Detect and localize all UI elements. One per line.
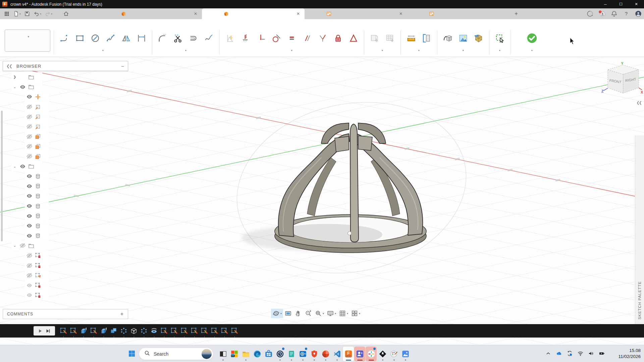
vertical-horizontal-tool[interactable] [253, 30, 269, 46]
browser-item-x[interactable] [3, 102, 128, 112]
edge-app[interactable] [252, 347, 263, 361]
microsoft-365-app[interactable]: M365 [229, 347, 240, 361]
tree-expand-icon[interactable]: ❯ [11, 75, 18, 79]
symmetry-triangle-tool[interactable] [346, 30, 361, 46]
microsoft-store-app[interactable] [263, 347, 274, 361]
browser-item-body1[interactable] [3, 171, 128, 181]
taskbar-clock[interactable]: 15.08 11/02/2026 [618, 348, 641, 360]
timeline-feature-sketch[interactable] [210, 327, 218, 335]
ribbon-group-label[interactable]: ▾ [102, 48, 104, 52]
tab-close-icon[interactable]: ✕ [193, 11, 199, 16]
browser-item-body8[interactable] [3, 201, 128, 211]
spline-tool[interactable] [103, 30, 118, 46]
save-icon[interactable] [23, 11, 31, 17]
timeline-feature-sketch[interactable] [170, 327, 178, 335]
select-window-tool[interactable] [492, 30, 507, 46]
fix-lock-tool[interactable] [330, 30, 346, 46]
weather-widget-icon[interactable] [202, 349, 212, 359]
visibility-eye-icon[interactable] [26, 104, 33, 110]
tree-expand-icon[interactable]: ⌄ [11, 244, 18, 247]
redo-icon[interactable]: ▾ [44, 11, 53, 17]
browser-item-body10[interactable] [3, 221, 128, 231]
sketch-palette-expand-icon[interactable]: ❮❮ [637, 101, 641, 105]
mirror-tool[interactable] [118, 30, 134, 46]
browser-item-o[interactable] [3, 92, 128, 102]
insert-mesh-tool[interactable] [471, 30, 486, 46]
timeline-feature-sketch[interactable] [69, 327, 77, 335]
timeline-feature-circular-pattern[interactable] [140, 327, 148, 335]
task-view-app[interactable] [217, 347, 228, 361]
browser-collapse-icon[interactable]: ❮❮ [6, 64, 12, 68]
undo-icon[interactable]: ▾ [33, 11, 42, 17]
perpendicular-tool[interactable] [315, 30, 330, 46]
visibility-eye-icon[interactable] [26, 193, 33, 199]
tray-chevron-icon[interactable] [545, 350, 551, 357]
battery-icon[interactable] [599, 350, 605, 357]
viewport-canvas[interactable]: FRONTRIGHTYZX ❮❮ SKETCH PALETTE ❮❮ BROWS… [0, 57, 644, 345]
ribbon-group-label[interactable]: ▾ [185, 48, 186, 52]
start-button[interactable] [128, 350, 136, 359]
browser-item-xy[interactable] [3, 132, 128, 142]
file-new-icon[interactable]: ▾ [12, 11, 22, 17]
circle-tool[interactable] [88, 30, 103, 46]
look-at-button[interactable] [283, 309, 293, 318]
job-status-icon[interactable] [586, 10, 594, 17]
fillet-tool[interactable] [155, 30, 170, 46]
fit-button[interactable]: ▾ [313, 309, 325, 318]
finish-sketch-button[interactable]: ▾ [520, 28, 544, 57]
timeline-feature-revolve[interactable] [150, 327, 158, 335]
tab-close-icon[interactable]: ✕ [398, 11, 404, 16]
document-tab[interactable]: ✕ [99, 8, 202, 19]
browser-item-body2[interactable] [3, 181, 128, 191]
add-comment-icon[interactable]: + [120, 311, 124, 317]
outlook-app[interactable] [297, 347, 308, 361]
browser-item-big_circle[interactable] [3, 290, 128, 300]
document-tab[interactable]: ✕ [202, 8, 305, 19]
close-button[interactable]: ✕ [629, 0, 644, 8]
timeline-feature-sketch[interactable] [89, 327, 98, 335]
dimension-tool[interactable] [134, 30, 149, 46]
fusion-app[interactable]: FFUSION [343, 347, 354, 361]
maximize-button[interactable]: ☐ [613, 0, 629, 8]
browser-item-named-views[interactable]: ❯ [3, 72, 128, 82]
timeline-feature-sketch[interactable] [230, 327, 238, 335]
browser-header[interactable]: ❮❮ BROWSER − [3, 61, 128, 71]
play-icon[interactable] [38, 328, 43, 334]
slack-app[interactable] [366, 347, 377, 361]
taskbar-search[interactable]: Search [139, 348, 213, 360]
visibility-eye-icon[interactable] [26, 123, 33, 130]
clock-app[interactable] [274, 347, 285, 361]
powerpoint-app[interactable] [320, 347, 331, 361]
visibility-eye-icon[interactable] [26, 94, 33, 100]
visibility-eye-icon[interactable] [26, 223, 33, 229]
visibility-eye-icon[interactable] [26, 292, 33, 298]
visibility-eye-icon[interactable] [19, 84, 26, 90]
browser-item-sketch3[interactable] [3, 270, 128, 281]
browser-item-origin[interactable]: ⌄ [3, 82, 128, 92]
inkscape-app[interactable] [377, 347, 388, 361]
timeline-feature-extrude[interactable] [79, 327, 88, 335]
visibility-eye-icon[interactable] [26, 272, 33, 279]
visibility-eye-icon[interactable] [26, 173, 33, 179]
file-explorer-app[interactable] [240, 347, 251, 361]
visibility-eye-icon[interactable] [26, 114, 33, 120]
view-cube[interactable]: FRONTRIGHTYZX [598, 62, 644, 101]
tree-expand-icon[interactable]: ⌄ [11, 85, 18, 89]
visibility-eye-icon[interactable] [26, 143, 33, 149]
configure-feature-tool[interactable] [367, 30, 382, 46]
canvas-tool[interactable] [455, 30, 471, 46]
app-grid-icon[interactable] [3, 11, 11, 17]
teams-app[interactable] [354, 347, 365, 361]
browser-item-sketch2[interactable] [3, 260, 128, 270]
ribbon-group-label[interactable]: ▾ [418, 48, 420, 52]
visibility-eye-icon[interactable] [26, 252, 33, 259]
timeline-feature-sketch[interactable] [180, 327, 188, 335]
timeline-feature-sketch[interactable] [160, 327, 168, 335]
home-icon[interactable] [62, 11, 70, 17]
timeline-feature-combine[interactable] [109, 327, 118, 335]
zoom-button[interactable] [303, 309, 313, 318]
onedrive-icon[interactable] [556, 350, 562, 357]
ribbon-group-label[interactable]: ▾ [463, 48, 464, 52]
notes-app[interactable] [286, 347, 297, 361]
timeline-feature-extrude[interactable] [99, 327, 108, 335]
